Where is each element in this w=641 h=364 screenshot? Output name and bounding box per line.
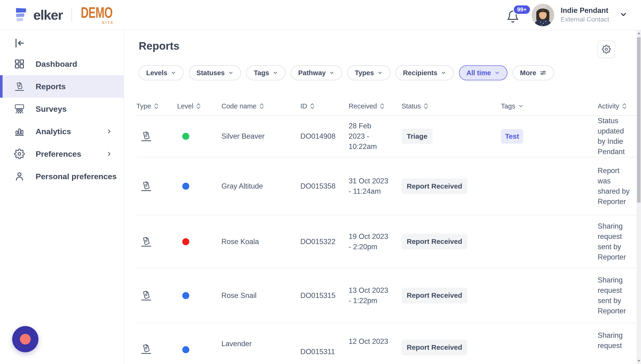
scroll-down-arrow[interactable] [638,360,640,362]
sidebar-collapse-button[interactable] [14,37,25,49]
help-fab[interactable] [12,326,38,352]
level-dot [182,292,189,299]
status-badge: Report Received [402,178,468,194]
column-label: Status [402,102,421,110]
reports-icon [14,80,25,92]
activity-cell: Sharing request sent by Reporter [590,221,636,262]
received-cell: 19 Oct 2023 - 2:20pm [342,232,397,252]
filter-chip-statuses[interactable]: Statuses [189,65,241,80]
column-header-activity[interactable]: Activity [590,102,636,110]
sort-icon [259,102,264,110]
column-label: Activity [598,102,619,110]
filter-chip-label: Levels [146,69,167,77]
sidebar-item-label: Dashboard [36,60,77,69]
sidebar-item-reports[interactable]: Reports [0,75,124,98]
sidebar-item-preferences[interactable]: Preferences [0,143,124,165]
elker-logo-icon [13,6,28,24]
sidebar-item-surveys[interactable]: Surveys [0,98,124,120]
code-name-cell: Silver Beaver [218,131,298,142]
tag-badge[interactable]: Test [501,129,523,144]
sort-icon [424,102,428,110]
column-header-received[interactable]: Received [342,102,397,110]
report-type-icon [136,323,173,356]
sidebar-item-analytics[interactable]: Analytics [0,120,124,143]
sort-icon [380,102,384,110]
filter-chip-tags[interactable]: Tags [246,65,286,80]
chevron-down-icon [228,70,234,76]
sidebar-nav: Dashboard Reports Surveys Analytics Pref… [0,53,124,188]
column-header-level[interactable]: Level [173,102,218,110]
filter-chip-label: Pathway [298,69,326,77]
code-name-cell: Lavender [218,323,298,349]
status-badge: Report Received [402,234,468,250]
scrollbar-thumb[interactable] [637,37,640,202]
table-body: Silver Beaver DO014908 28 Feb 2023 - 10:… [136,116,636,364]
column-label: ID [300,102,307,110]
page-title: Reports [139,40,180,52]
brand-name: elker [33,7,62,23]
sidebar-item-label: Preferences [36,150,81,158]
sort-icon [196,102,201,110]
surveys-icon [14,104,25,114]
column-header-id[interactable]: ID [298,102,342,110]
level-dot [182,133,189,140]
sidebar-item-label: Reports [36,82,66,91]
report-id-cell: DO015315 [298,290,342,301]
filter-chip-more[interactable]: More [512,65,554,80]
filter-chip-all-time[interactable]: All time [459,65,508,80]
column-header-type[interactable]: Type [136,102,173,110]
reports-table: Type Level Code name ID Received Status … [136,97,636,364]
status-badge: Report Received [402,288,468,303]
column-header-status[interactable]: Status [397,102,489,110]
report-row-rose-snail[interactable]: Rose Snail DO015315 13 Oct 2023 - 1:22pm… [136,268,636,323]
code-name-cell: Gray Altitude [218,181,298,191]
column-label: Received [348,102,377,110]
report-row-gray-altitude[interactable]: Gray Altitude DO015358 31 Oct 2023 - 11:… [136,158,636,216]
sort-icon [622,102,627,110]
status-badge: Triage [402,128,432,144]
sidebar-item-dashboard[interactable]: Dashboard [0,53,124,75]
level-dot [182,183,189,190]
dashboard-icon [14,58,25,69]
column-header-tags[interactable]: Tags [489,102,590,110]
filter-chip-types[interactable]: Types [347,65,390,80]
analytics-icon [14,126,25,137]
filter-chip-label: Tags [254,69,269,77]
chevron-down-icon [329,70,334,76]
code-name-cell: Rose Snail [218,290,298,301]
chevron-down-icon [494,70,500,76]
activity-cell: Status updated by Indie Pendant [590,116,636,157]
report-row-silver-beaver[interactable]: Silver Beaver DO014908 28 Feb 2023 - 10:… [136,116,636,158]
sidebar-item-label: Personal preferences [36,172,117,181]
filter-chip-recipients[interactable]: Recipients [396,65,454,80]
chevron-down-icon [170,70,176,76]
table-header-row: Type Level Code name ID Received Status … [136,97,636,116]
report-row-lavender[interactable]: Lavender DO015311 12 Oct 2023 Report Rec… [136,323,636,364]
filter-chip-label: Recipients [403,69,438,77]
chevron-down-icon[interactable] [620,10,628,20]
report-type-icon [136,289,173,302]
report-row-rose-koala[interactable]: Rose Koala DO015322 19 Oct 2023 - 2:20pm… [136,216,636,268]
sidebar-item-label: Surveys [36,104,66,114]
activity-cell: Report was shared by Reporter [590,166,636,207]
code-name-cell: Rose Koala [218,236,298,247]
report-id-cell: DO015311 [298,323,342,357]
column-label: Level [177,102,193,110]
filter-chip-pathway[interactable]: Pathway [291,65,342,80]
avatar[interactable] [532,4,554,26]
notification-count-badge: 99+ [513,4,531,15]
scroll-up-arrow[interactable] [638,32,640,34]
sidebar: Dashboard Reports Surveys Analytics Pref… [0,30,124,364]
filter-chip-levels[interactable]: Levels [139,65,184,80]
notifications-button[interactable]: 99+ [506,7,522,23]
chevron-right-icon [106,128,112,135]
table-settings-button[interactable] [598,40,615,58]
main-scrollbar[interactable] [636,30,641,364]
report-id-cell: DO015322 [298,236,342,247]
sort-icon [310,102,315,110]
sidebar-item-personal-preferences[interactable]: Personal preferences [0,165,124,188]
env-badge-sub: SITE [102,20,114,25]
user-menu[interactable]: 99+ Indie Pendant External Contact [506,4,628,26]
column-header-code-name[interactable]: Code name [218,102,298,110]
report-id-cell: DO015358 [298,181,342,191]
